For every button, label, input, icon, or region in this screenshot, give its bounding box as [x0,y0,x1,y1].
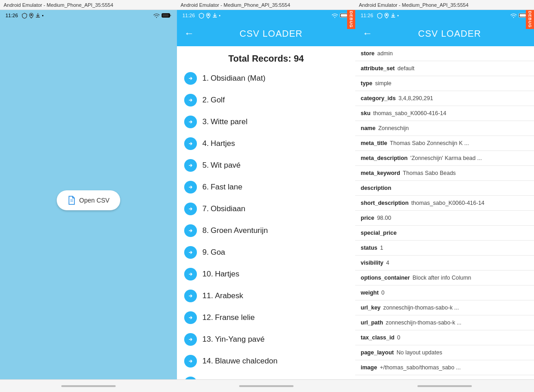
list-item-label: 6.Fast lane [202,183,242,192]
detail-key: image [361,364,377,371]
list-item[interactable]: 5.Wit pavé [177,155,355,176]
right-arrow-icon [188,184,193,190]
right-arrow-icon [188,119,193,125]
shield-icon-1 [22,13,27,19]
wifi-icon-2 [331,13,338,18]
right-arrow-icon [188,358,193,364]
arrow-circle-icon [184,94,197,106]
detail-row: url_path zonneschijn-thomas-sabo-k ... [355,315,534,330]
detail-key: visibility [361,260,383,266]
app-bar-title-3: CSV LOADER [372,29,527,39]
detail-key: name [361,125,376,131]
list-item-label: 5.Wit pavé [202,161,240,170]
arrow-circle-icon [184,181,197,194]
battery-icon-1 [162,13,171,18]
detail-value: admin [377,50,393,57]
nav-line-2 [239,385,294,387]
panel-3: Android Emulator - Medium_Phone_API_35:5… [355,0,534,392]
right-arrow-icon [188,271,193,277]
list-item[interactable]: 7.Obsidiaan [177,198,355,220]
app-bar-3: ← CSV LOADER [355,21,534,46]
arrow-circle-icon [184,290,197,302]
list-item[interactable]: 12.Franse lelie [177,307,355,329]
svg-rect-3 [162,14,169,17]
list-item-label: 8.Groen Aventurijn [202,226,268,235]
list-item-number: 3. [202,117,209,126]
app-bar-title-2: CSV LOADER [194,29,348,39]
detail-row: small_image +/thomas_sabo/thomas_sabo ..… [355,375,534,379]
detail-value: zonneschijn-thomas-sabo-k ... [386,319,461,326]
detail-value: Thomas Sabo Zonneschijn K ... [390,140,469,146]
list-item[interactable]: 11.Arabesk [177,285,355,307]
list-item-label: 13.Yin-Yang pavé [202,335,265,344]
list-item-label: 9.Goa [202,248,225,257]
arrow-circle-icon [184,246,197,259]
svg-rect-13 [519,14,526,17]
detail-row: sku thomas_sabo_K0060-416-14 [355,106,534,121]
list-item[interactable]: 13.Yin-Yang pavé [177,329,355,350]
detail-key: sku [361,110,371,116]
file-icon [68,196,76,205]
window-titlebar-1: Android Emulator - Medium_Phone_API_35:5… [0,0,177,10]
detail-row: options_container Block after info Colum… [355,271,534,286]
list-item-label: 1.Obsidiaan (Mat) [202,74,265,83]
list-item-number: 2. [202,96,209,104]
detail-row: category_ids 3,4,8,290,291 [355,91,534,106]
detail-row: weight 0 [355,286,534,300]
svg-point-10 [386,14,387,16]
list-item[interactable]: 9.Goa [177,242,355,263]
list-item-label: 10.Hartjes [202,270,240,279]
detail-key: tax_class_id [361,334,394,341]
list-item[interactable]: 14.Blauwe chalcedon [177,350,355,372]
list-item[interactable]: 1.Obsidiaan (Mat) [177,68,355,89]
list-item-number: 1. [202,74,209,82]
list-item[interactable]: 3.Witte parel [177,111,355,133]
back-button-2[interactable]: ← [184,28,194,39]
download-icon-3 [391,13,396,18]
shield-icon-3 [377,13,382,19]
list-item[interactable]: 8.Groen Aventurijn [177,220,355,242]
detail-row: meta_keyword Thomas Sabo Beads [355,166,534,181]
detail-row: meta_description 'Zonneschijn' Karma bea… [355,151,534,166]
list-item-number: 9. [202,248,209,256]
detail-row: tax_class_id 0 [355,330,534,345]
detail-value: 98.00 [377,215,391,221]
right-arrow-icon [188,228,193,233]
list-item-label: 2.Golf [202,96,225,105]
detail-list: store admin attribute_set default type s… [355,46,534,379]
open-csv-button[interactable]: Open CSV [57,190,121,210]
items-list: 1.Obsidiaan (Mat) 2.Golf 3.Witte parel [177,68,355,379]
svg-point-6 [207,14,209,16]
detail-key: short_description [361,200,409,206]
wifi-icon-1 [153,13,160,18]
list-item-number: 7. [202,204,209,213]
open-csv-label: Open CSV [79,197,110,204]
arrow-circle-icon [184,224,197,237]
right-arrow-icon [188,250,193,255]
panel-2-list: Total Records: 94 1.Obsidiaan (Mat) 2.Go… [177,46,355,379]
detail-key: price [361,215,374,221]
detail-row: short_description thomas_sabo_K0060-416-… [355,196,534,211]
back-button-3[interactable]: ← [363,28,372,39]
list-item[interactable]: 4.Hartjes [177,133,355,155]
list-item-label: 7.Obsidiaan [202,204,245,213]
panel-1: Android Emulator - Medium_Phone_API_35:5… [0,0,177,392]
list-item[interactable]: 15.Zonneschijn [177,372,355,379]
detail-key: attribute_set [361,65,395,72]
detail-value: default [397,65,415,72]
list-item-label: 14.Blauwe chalcedon [202,357,278,366]
list-item-number: 10. [202,270,213,278]
window-titlebar-3: Android Emulator - Medium_Phone_API_35:5… [355,0,534,10]
list-item[interactable]: 6.Fast lane [177,176,355,198]
detail-row: description [355,181,534,196]
list-item[interactable]: 2.Golf [177,89,355,111]
list-item[interactable]: 10.Hartjes [177,263,355,285]
detail-key: category_ids [361,95,396,102]
app-bar-2: ← CSV LOADER [177,21,355,46]
status-bar-3: 11:26 • DEBUG [355,10,534,21]
wifi-icon-3 [510,13,517,18]
detail-key: weight [361,290,379,296]
bottom-bar-3 [355,379,534,392]
detail-row: meta_title Thomas Sabo Zonneschijn K ... [355,136,534,151]
list-item-label: 4.Hartjes [202,139,235,148]
